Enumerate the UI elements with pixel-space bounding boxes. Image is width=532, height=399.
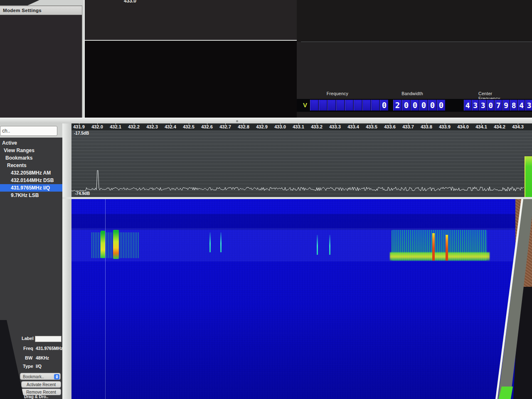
digit-cell[interactable]: 2 bbox=[393, 100, 401, 111]
scale-tick-label: 434.0 bbox=[457, 124, 469, 129]
digit-cell[interactable] bbox=[371, 100, 379, 111]
scale-tick-label: 434.3 bbox=[512, 124, 524, 129]
waterfall-dark-band bbox=[71, 214, 532, 230]
narrow-signal-4 bbox=[329, 235, 330, 255]
scale-tick-label: 431.9 bbox=[73, 124, 85, 129]
carrier-peak-2 bbox=[446, 235, 448, 261]
signal-burst-1 bbox=[101, 231, 105, 258]
spectrum-trace bbox=[71, 131, 532, 197]
digit-cell[interactable]: 4 bbox=[464, 100, 471, 111]
scale-tick-label: 432.7 bbox=[219, 124, 231, 129]
digit-cell[interactable]: 0 bbox=[487, 100, 495, 111]
center-frequency-display[interactable]: 433079843 bbox=[464, 100, 532, 111]
narrow-signal-3 bbox=[317, 235, 318, 255]
scale-tick-label: 432.1 bbox=[110, 124, 121, 129]
scale-tick-label: 432.4 bbox=[165, 124, 176, 129]
sidebar-header bbox=[0, 123, 62, 138]
digit-cell[interactable] bbox=[345, 100, 353, 111]
drag-drop-hint: Drag & Dro.. bbox=[24, 394, 48, 399]
signal-level-meter bbox=[525, 156, 532, 197]
scale-tick-label: 433.8 bbox=[421, 124, 432, 129]
digit-cell[interactable]: 0 bbox=[411, 100, 419, 111]
type-value: I/Q bbox=[36, 364, 42, 369]
digit-cell[interactable]: 3 bbox=[479, 100, 487, 111]
digit-cell[interactable] bbox=[336, 100, 345, 111]
window-edge-bar[interactable] bbox=[0, 118, 532, 124]
digit-cell[interactable]: 3 bbox=[472, 100, 479, 111]
scale-tick-label: 432.6 bbox=[201, 124, 213, 129]
digit-readout-bar: V 0 200000 433079843 bbox=[297, 99, 532, 112]
scale-tick-label: 433.6 bbox=[384, 124, 396, 129]
stepper-icon[interactable] bbox=[54, 374, 59, 379]
digit-cell[interactable]: 0 bbox=[402, 100, 410, 111]
scale-tick-label: 433.4 bbox=[347, 124, 359, 129]
scale-tick-label: 433.0 bbox=[274, 124, 286, 129]
digit-cell[interactable]: 0 bbox=[428, 100, 436, 111]
receiver-display-area bbox=[297, 42, 532, 99]
digit-cell[interactable]: 0 bbox=[380, 100, 388, 111]
narrow-signal-2 bbox=[220, 232, 222, 252]
bookmark-dropdown[interactable]: Bookmark.. bbox=[20, 373, 61, 380]
wideband-signal-ridge bbox=[390, 252, 490, 261]
signal-burst-2 bbox=[113, 230, 119, 259]
digit-cell[interactable]: 7 bbox=[495, 100, 502, 111]
resize-handle-icon[interactable] bbox=[236, 120, 238, 122]
bandwidth-display[interactable]: 200000 bbox=[393, 100, 446, 111]
receiver-window: Frequency Bandwidth Center Frequency V 0… bbox=[297, 0, 532, 118]
digit-cell[interactable]: 3 bbox=[525, 100, 532, 111]
digit-cell[interactable]: 9 bbox=[502, 100, 510, 111]
digit-cell[interactable] bbox=[319, 100, 327, 111]
label-input[interactable] bbox=[35, 336, 62, 342]
scale-tick-label: 433.1 bbox=[293, 124, 304, 129]
sdr-app-screen: Modem Settings 433.0 Frequency Bandwidth… bbox=[0, 0, 532, 399]
bw-value: 48KHz bbox=[36, 355, 49, 360]
frequency-scale[interactable]: 431.9432.0432.1432.2432.3432.4432.5432.6… bbox=[71, 123, 532, 131]
scale-tick-label: 432.2 bbox=[128, 124, 140, 129]
search-input[interactable] bbox=[0, 126, 57, 136]
sidebar-section-view-ranges[interactable]: View Ranges bbox=[0, 147, 66, 154]
digit-cell[interactable]: 4 bbox=[518, 100, 525, 111]
recent-item[interactable]: 9.7KHz LSB bbox=[0, 192, 62, 199]
modem-settings-title: Modem Settings bbox=[3, 8, 42, 13]
label-caption: Label bbox=[22, 336, 34, 341]
frequency-label: Frequency bbox=[327, 91, 348, 96]
digit-cell[interactable]: 0 bbox=[437, 100, 445, 111]
scale-tick-label: 434.1 bbox=[475, 124, 487, 129]
spectrum-grid[interactable]: -17.5dB -74.9dB bbox=[71, 131, 532, 197]
digit-cell[interactable] bbox=[354, 100, 362, 111]
recent-item[interactable]: 431.9765MHz I/Q bbox=[0, 184, 62, 192]
scale-tick-label: 432.5 bbox=[183, 124, 195, 129]
v-indicator: V bbox=[303, 101, 307, 108]
sidebar-section-bookmarks[interactable]: Bookmarks bbox=[0, 154, 68, 162]
scale-tick-label: 432.9 bbox=[256, 124, 268, 129]
type-caption: Type bbox=[23, 364, 33, 369]
digit-cell[interactable] bbox=[362, 100, 371, 111]
scale-tick-label: 432.0 bbox=[91, 124, 103, 129]
waterfall-display[interactable] bbox=[71, 199, 532, 399]
spectrum-panel[interactable]: 431.9432.0432.1432.2432.3432.4432.5432.6… bbox=[71, 123, 532, 197]
scale-tick-label: 433.5 bbox=[366, 124, 377, 129]
bw-caption: BW bbox=[25, 355, 32, 360]
digit-cell[interactable] bbox=[310, 100, 318, 111]
modem-settings-window: Modem Settings bbox=[0, 6, 82, 118]
recent-item[interactable]: 432.2058MHz AM bbox=[0, 169, 62, 177]
recent-item[interactable]: 432.0144MHz DSB bbox=[0, 177, 62, 184]
digit-cell[interactable] bbox=[328, 100, 336, 111]
sidebar-section-recents[interactable]: Recents bbox=[0, 162, 69, 169]
scale-tick-label: 433.7 bbox=[402, 124, 414, 129]
sidebar-section-active[interactable]: Active bbox=[0, 139, 64, 147]
scale-tick-label: 433.9 bbox=[439, 124, 451, 129]
freq-caption: Freq bbox=[23, 346, 33, 351]
scope-frequency-readout: 433.0 bbox=[124, 0, 136, 4]
freq-value: 431.9765MHz bbox=[36, 346, 63, 351]
scale-tick-label: 433.3 bbox=[329, 124, 341, 129]
modem-settings-titlebar[interactable]: Modem Settings bbox=[0, 6, 82, 15]
bandwidth-label: Bandwidth bbox=[401, 91, 423, 96]
desktop-corner-shadow bbox=[0, 0, 39, 5]
scale-tick-label: 434.2 bbox=[494, 124, 505, 129]
activate-recent-button[interactable]: Activate Recent bbox=[21, 381, 61, 388]
carrier-peak-1 bbox=[432, 233, 435, 261]
digit-cell[interactable]: 8 bbox=[510, 100, 517, 111]
frequency-display[interactable]: 0 bbox=[310, 100, 389, 111]
digit-cell[interactable]: 0 bbox=[419, 100, 428, 111]
